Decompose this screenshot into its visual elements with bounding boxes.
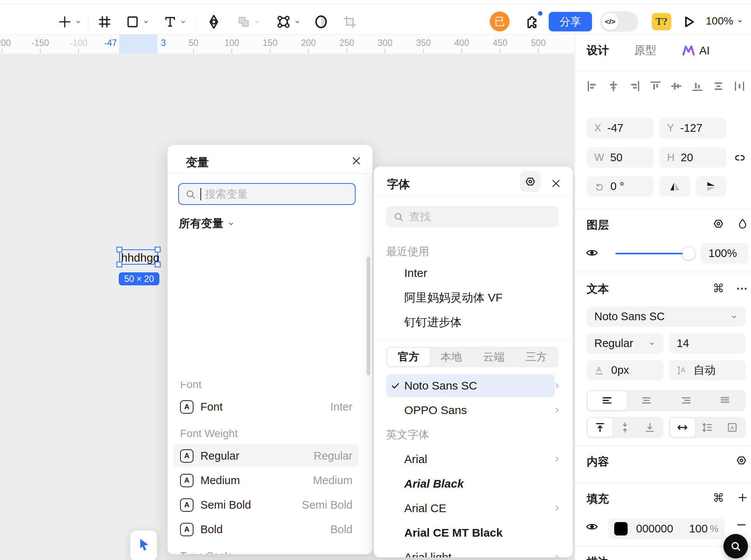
ruler-label: -47 xyxy=(104,38,117,48)
line-height-field[interactable]: A 自动 xyxy=(669,360,746,380)
tab-ai[interactable]: AI xyxy=(682,44,710,57)
auto-width-button[interactable] xyxy=(670,418,695,437)
width-field[interactable]: W 50 xyxy=(587,147,654,168)
plugin-button[interactable] xyxy=(520,13,542,32)
constrain-proportions-button[interactable] xyxy=(731,149,748,166)
move-tool-button[interactable] xyxy=(203,13,225,30)
opacity-slider-knob[interactable] xyxy=(682,247,695,260)
insert-tool-button[interactable] xyxy=(56,13,83,30)
variable-item[interactable]: ASemi BoldSemi Bold xyxy=(167,493,372,517)
fill-color-swatch[interactable] xyxy=(614,522,628,535)
valign-middle-button[interactable] xyxy=(613,418,638,437)
font-item[interactable]: Arial xyxy=(374,447,573,472)
recent-font-item[interactable]: Inter xyxy=(374,261,573,285)
distribute-horizontal-button[interactable] xyxy=(731,77,748,95)
font-family-select[interactable]: Noto Sans SC xyxy=(587,306,746,327)
blend-mode-button[interactable] xyxy=(734,215,751,232)
text-tool-button[interactable] xyxy=(160,13,189,30)
x-position-field[interactable]: X -47 xyxy=(587,118,654,138)
tab-design[interactable]: 设计 xyxy=(587,43,609,58)
remove-fill-button[interactable] xyxy=(733,516,750,533)
selected-text-layer[interactable]: hhdhgg xyxy=(119,249,158,265)
close-icon[interactable] xyxy=(549,177,563,190)
font-settings-button[interactable] xyxy=(520,171,541,192)
font-tab-本地[interactable]: 本地 xyxy=(430,348,472,366)
y-position-field[interactable]: Y -127 xyxy=(659,118,726,138)
distribute-vertical-button[interactable] xyxy=(710,77,727,95)
text-more-button[interactable]: ⋯ xyxy=(734,280,751,296)
flip-horizontal-button[interactable] xyxy=(659,176,690,196)
content-settings-button[interactable] xyxy=(733,452,750,469)
height-field[interactable]: H 20 xyxy=(659,147,726,168)
text-align-right-button[interactable] xyxy=(666,391,705,410)
tab-prototype[interactable]: 原型 xyxy=(634,43,656,58)
fill-color-field[interactable]: 000000 100 % xyxy=(608,518,725,539)
variables-filter-dropdown[interactable]: 所有变量 xyxy=(179,216,235,231)
auto-height-button[interactable] xyxy=(695,418,720,437)
align-vertical-center-button[interactable] xyxy=(667,77,685,95)
quick-search-button[interactable] xyxy=(723,534,748,558)
fill-visibility-toggle[interactable] xyxy=(584,518,600,535)
layer-settings-button[interactable] xyxy=(710,215,727,232)
flip-vertical-button[interactable] xyxy=(696,176,726,196)
add-fill-button[interactable] xyxy=(734,489,751,506)
text-style-button[interactable]: ⌘ xyxy=(710,280,727,296)
font-tab-三方[interactable]: 三方 xyxy=(515,348,558,366)
selection-handle-top-left[interactable] xyxy=(116,247,122,252)
fill-style-button[interactable]: ⌘ xyxy=(710,489,727,506)
user-avatar[interactable]: 已 xyxy=(490,11,510,31)
cursor-tool-button[interactable] xyxy=(130,531,157,560)
align-top-button[interactable] xyxy=(647,77,664,95)
font-tab-云端[interactable]: 云端 xyxy=(472,348,515,366)
component-tool-button[interactable] xyxy=(273,13,303,30)
share-button[interactable]: 分享 xyxy=(549,12,592,31)
layer-visibility-toggle[interactable] xyxy=(584,244,600,261)
selection-handle-bottom-left[interactable] xyxy=(116,262,122,267)
valign-top-button[interactable] xyxy=(588,418,613,437)
font-weight-select[interactable]: Regular xyxy=(587,333,663,354)
font-item[interactable]: OPPO Sans xyxy=(374,398,573,422)
text-align-left-button[interactable] xyxy=(588,391,627,410)
boolean-tool-button[interactable] xyxy=(233,13,264,30)
selection-handle-bottom-right[interactable] xyxy=(155,262,161,267)
letter-spacing-field[interactable]: A 0px xyxy=(587,360,663,380)
font-item[interactable]: Arial Black xyxy=(374,472,573,496)
rotation-field[interactable]: 0 ° xyxy=(587,176,654,196)
opacity-slider[interactable] xyxy=(615,253,690,254)
present-button[interactable] xyxy=(680,13,698,30)
dev-mode-toggle[interactable]: </> xyxy=(600,11,638,32)
frame-tool-button[interactable] xyxy=(96,13,113,30)
variable-item[interactable]: AFontInter xyxy=(167,395,372,419)
variable-item[interactable]: AMediumMedium xyxy=(167,468,372,493)
opacity-field[interactable]: 100% xyxy=(701,243,748,264)
scrollbar[interactable] xyxy=(367,257,370,375)
shape-tool-button[interactable] xyxy=(123,13,152,30)
text-align-center-button[interactable] xyxy=(627,391,666,410)
align-horizontal-center-button[interactable] xyxy=(605,77,622,95)
text-align-justify-button[interactable] xyxy=(705,391,744,410)
dialog-divider xyxy=(374,196,573,196)
variable-item[interactable]: ARegularRegular xyxy=(167,444,372,468)
fixed-size-button[interactable]: A xyxy=(720,418,744,437)
close-icon[interactable] xyxy=(349,154,363,168)
recent-font-item[interactable]: 钉钉进步体 xyxy=(374,310,573,334)
valign-bottom-button[interactable] xyxy=(637,418,662,437)
align-right-button[interactable] xyxy=(626,77,643,95)
help-badge[interactable]: T? xyxy=(652,13,671,30)
recent-font-item[interactable]: 阿里妈妈灵动体 VF xyxy=(374,285,573,310)
align-bottom-button[interactable] xyxy=(689,77,706,95)
variables-search-input[interactable]: 搜索变量 xyxy=(178,183,356,205)
align-left-button[interactable] xyxy=(584,77,601,95)
variable-item[interactable]: ABoldBold xyxy=(167,517,372,542)
mask-tool-button[interactable] xyxy=(310,13,332,30)
font-item[interactable]: Noto Sans SC xyxy=(374,373,573,398)
font-tab-官方[interactable]: 官方 xyxy=(387,348,430,366)
font-item[interactable]: Arial CE xyxy=(374,496,573,521)
font-size-field[interactable]: 14 xyxy=(669,333,746,354)
selection-handle-top-right[interactable] xyxy=(155,247,161,252)
crop-tool-button[interactable] xyxy=(339,13,361,30)
fonts-search-input[interactable]: 查找 xyxy=(386,206,559,227)
font-item[interactable]: Arial CE MT Black xyxy=(374,521,573,545)
font-item[interactable]: Arial light xyxy=(374,545,573,557)
zoom-control[interactable]: 100% xyxy=(706,15,743,27)
